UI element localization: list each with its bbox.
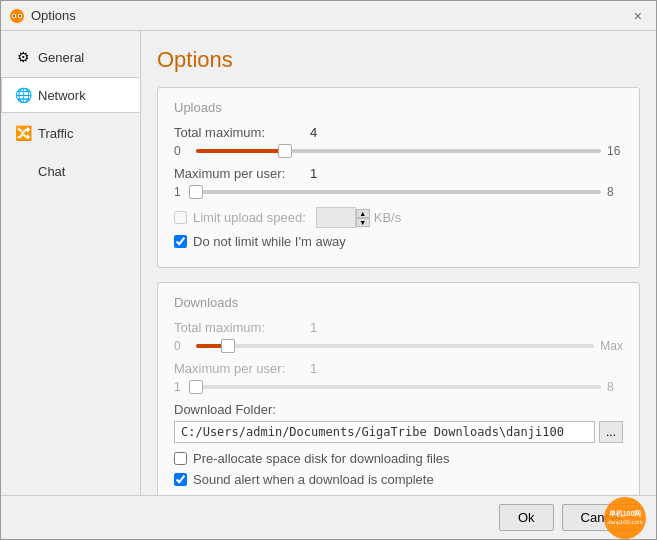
speed-up-button[interactable]: ▲ (356, 209, 370, 218)
app-icon (9, 8, 25, 24)
limit-upload-checkbox[interactable] (174, 211, 187, 224)
uploads-total-max-value: 4 (310, 125, 317, 140)
uploads-slider1-row: 0 16 (174, 144, 623, 158)
ok-button[interactable]: Ok (499, 504, 554, 531)
uploads-max-per-user-value: 1 (310, 166, 317, 181)
downloads-slider2-track[interactable] (196, 385, 601, 389)
downloads-total-max-value: 1 (310, 320, 317, 335)
folder-row: C:/Users/admin/Documents/GigaTribe Downl… (174, 421, 623, 443)
sound-checkbox[interactable] (174, 473, 187, 486)
sidebar-label-chat: Chat (38, 164, 65, 179)
sound-label: Sound alert when a download is complete (193, 472, 434, 487)
uploads-slider1-max: 16 (607, 144, 623, 158)
downloads-max-per-user-value: 1 (310, 361, 317, 376)
downloads-max-per-user-row: Maximum per user: 1 (174, 361, 623, 376)
uploads-slider2-max: 8 (607, 185, 623, 199)
downloads-max-per-user-label: Maximum per user: (174, 361, 304, 376)
folder-browse-button[interactable]: ... (599, 421, 623, 443)
no-limit-row: Do not limit while I'm away (174, 234, 623, 249)
sidebar-label-general: General (38, 50, 84, 65)
uploads-total-max-row: Total maximum: 4 (174, 125, 623, 140)
downloads-slider1-max: Max (600, 339, 623, 353)
downloads-slider1-track[interactable] (196, 344, 594, 348)
sidebar-item-traffic[interactable]: 🔀 Traffic (1, 115, 140, 151)
watermark-circle: 单机100网 danji100.com (604, 497, 646, 539)
uploads-slider1-min: 0 (174, 144, 190, 158)
uploads-slider2-thumb (189, 185, 203, 199)
downloads-slider2-thumb (189, 380, 203, 394)
page-title: Options (157, 47, 640, 73)
downloads-slider2-max: 8 (607, 380, 623, 394)
sidebar-label-traffic: Traffic (38, 126, 73, 141)
downloads-slider1-row: 0 Max (174, 339, 623, 353)
uploads-slider1-track[interactable] (196, 149, 601, 153)
sidebar-item-network[interactable]: 🌐 Network (1, 77, 140, 113)
watermark: 单机100网 danji100.com (604, 497, 646, 539)
sidebar: ⚙ General 🌐 Network 🔀 Traffic Chat (1, 31, 141, 495)
main-content: Options Uploads Total maximum: 4 0 16 (141, 31, 656, 495)
downloads-section-title: Downloads (174, 295, 623, 310)
uploads-slider2-min: 1 (174, 185, 190, 199)
close-button[interactable]: × (628, 6, 648, 26)
sidebar-item-general[interactable]: ⚙ General (1, 39, 140, 75)
speed-unit-label: KB/s (374, 210, 401, 225)
traffic-icon: 🔀 (14, 124, 32, 142)
uploads-max-per-user-label: Maximum per user: (174, 166, 304, 181)
folder-path: C:/Users/admin/Documents/GigaTribe Downl… (174, 421, 595, 443)
downloads-slider2-min: 1 (174, 380, 190, 394)
uploads-section: Uploads Total maximum: 4 0 16 Maximum pe… (157, 87, 640, 268)
content-area: ⚙ General 🌐 Network 🔀 Traffic Chat Optio… (1, 31, 656, 495)
uploads-slider2-row: 1 8 (174, 185, 623, 199)
downloads-slider2-row: 1 8 (174, 380, 623, 394)
uploads-total-max-label: Total maximum: (174, 125, 304, 140)
sidebar-item-chat[interactable]: Chat (1, 153, 140, 189)
downloads-section: Downloads Total maximum: 1 0 Max Maximum… (157, 282, 640, 495)
downloads-slider1-min: 0 (174, 339, 190, 353)
downloads-slider1-thumb (221, 339, 235, 353)
sound-row: Sound alert when a download is complete (174, 472, 623, 487)
gear-icon: ⚙ (14, 48, 32, 66)
sidebar-label-network: Network (38, 88, 86, 103)
folder-label: Download Folder: (174, 402, 304, 417)
uploads-section-title: Uploads (174, 100, 623, 115)
no-limit-label: Do not limit while I'm away (193, 234, 346, 249)
bottom-bar: Ok Cancel 单机100网 danji100.com (1, 495, 656, 539)
title-bar-text: Options (31, 8, 76, 23)
watermark-text1: 单机100网 (609, 510, 642, 518)
svg-point-4 (19, 15, 21, 17)
watermark-text2: danji100.com (607, 519, 643, 526)
svg-point-3 (13, 15, 15, 17)
title-bar-left: Options (9, 8, 76, 24)
downloads-total-max-label: Total maximum: (174, 320, 304, 335)
options-window: Options × ⚙ General 🌐 Network 🔀 Traffic … (0, 0, 657, 540)
prealloc-checkbox[interactable] (174, 452, 187, 465)
uploads-max-per-user-row: Maximum per user: 1 (174, 166, 623, 181)
prealloc-label: Pre-allocate space disk for downloading … (193, 451, 450, 466)
folder-label-row: Download Folder: (174, 402, 623, 417)
limit-upload-row: Limit upload speed: 2 ▲ ▼ KB/s (174, 207, 623, 228)
limit-upload-label: Limit upload speed: (193, 210, 306, 225)
uploads-slider1-thumb (278, 144, 292, 158)
network-icon: 🌐 (14, 86, 32, 104)
uploads-slider1-fill (196, 149, 285, 153)
speed-input[interactable]: 2 (316, 207, 356, 228)
uploads-slider2-track[interactable] (196, 190, 601, 194)
prealloc-row: Pre-allocate space disk for downloading … (174, 451, 623, 466)
speed-spinners: ▲ ▼ (356, 209, 370, 227)
title-bar: Options × (1, 1, 656, 31)
chat-icon (14, 162, 32, 180)
downloads-total-max-row: Total maximum: 1 (174, 320, 623, 335)
no-limit-checkbox[interactable] (174, 235, 187, 248)
speed-down-button[interactable]: ▼ (356, 218, 370, 227)
